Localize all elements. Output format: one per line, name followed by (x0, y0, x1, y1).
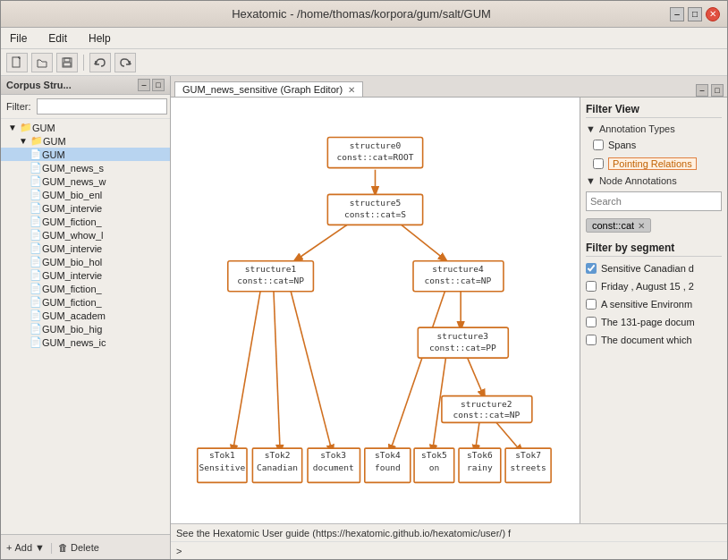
tree-item-12[interactable]: 📄 GUM_academ (1, 309, 170, 322)
svg-text:structure3: structure3 (437, 331, 489, 341)
maximize-button[interactable]: □ (688, 7, 702, 21)
redo-button[interactable] (114, 53, 136, 72)
tree-item-5[interactable]: 📄 GUM_fiction_ (1, 215, 170, 228)
delete-button[interactable]: 🗑 Delete (58, 542, 99, 553)
tab-close-icon[interactable]: ✕ (348, 85, 355, 95)
menu-file[interactable]: File (4, 30, 32, 47)
segment-item-1: Friday , August 15 , 2 (586, 281, 722, 292)
right-area: GUM_news_sensitive (Graph Editor) ✕ – □ (171, 76, 727, 559)
editor-area: structure0 const::cat=ROOT structure5 co… (171, 98, 727, 523)
plus-icon: + (6, 542, 12, 553)
annotation-search-input[interactable] (586, 191, 722, 211)
svg-line-10 (233, 286, 261, 453)
tree-item-4[interactable]: 📄 GUM_intervie (1, 201, 170, 215)
close-button[interactable]: ✕ (706, 7, 720, 21)
minimize-button[interactable]: – (670, 7, 684, 21)
segment-item-2: A sensitive Environm (586, 299, 722, 310)
open-button[interactable] (31, 53, 53, 72)
const-cat-tag: const::cat ✕ (586, 218, 651, 233)
tree-item-8[interactable]: 📄 GUM_bio_hol (1, 255, 170, 268)
svg-text:const::cat=S: const::cat=S (344, 209, 406, 219)
segment-item-4: The document which (586, 335, 722, 345)
tag-chip-area: const::cat ✕ (586, 216, 722, 233)
tree-item-14[interactable]: 📄 GUM_news_ic (1, 335, 170, 349)
tree-item-1[interactable]: 📄 GUM_news_s (1, 161, 170, 174)
segment-checkbox-3[interactable] (586, 317, 597, 327)
spans-checkbox[interactable] (593, 140, 604, 150)
segment-checkbox-0[interactable] (586, 263, 597, 274)
toolbar (1, 49, 727, 76)
tree-area[interactable]: ▼ 📁 GUM ▼ 📁 GUM 📄 GUM (1, 119, 170, 534)
annotation-types-row: ▼ Annotation Types (586, 123, 722, 134)
svg-text:sTok3: sTok3 (320, 450, 346, 460)
panel-separator: | (50, 541, 53, 554)
tree-item-9[interactable]: 📄 GUM_intervie (1, 268, 170, 282)
svg-text:sTok4: sTok4 (375, 450, 401, 460)
annotation-types-chevron: ▼ (586, 123, 596, 134)
segment-checkbox-2[interactable] (586, 299, 597, 310)
graph-canvas[interactable]: structure0 const::cat=ROOT structure5 co… (171, 98, 580, 523)
corpus-panel-title: Corpus Stru... (6, 80, 72, 90)
tree-item-0[interactable]: 📄 GUM (1, 148, 170, 161)
tree-item-3[interactable]: 📄 GUM_bio_enl (1, 188, 170, 201)
tree-item-11[interactable]: 📄 GUM_fiction_ (1, 295, 170, 309)
svg-text:document: document (313, 462, 354, 472)
tag-remove-icon[interactable]: ✕ (638, 221, 645, 231)
svg-text:sTok6: sTok6 (467, 450, 493, 460)
svg-text:const::cat=NP: const::cat=NP (237, 276, 304, 285)
menu-edit[interactable]: Edit (43, 30, 72, 47)
tree-item-6[interactable]: 📄 GUM_whow_l (1, 228, 170, 242)
svg-text:streets: streets (510, 462, 546, 472)
tab-maximize-btn[interactable]: □ (711, 84, 724, 97)
tree-root-gum[interactable]: ▼ 📁 GUM (1, 121, 170, 134)
svg-text:const::cat=NP: const::cat=NP (425, 276, 492, 285)
window-title: Hexatomic - /home/thomas/korpora/gum/sal… (53, 7, 670, 21)
svg-text:Sensitive: Sensitive (199, 462, 246, 472)
svg-text:structure1: structure1 (245, 264, 297, 274)
tree-item-gum[interactable]: ▼ 📁 GUM (1, 134, 170, 148)
window-controls: – □ ✕ (670, 7, 720, 21)
tab-graph-editor[interactable]: GUM_news_sensitive (Graph Editor) ✕ (174, 81, 363, 97)
svg-line-11 (274, 286, 280, 453)
menu-help[interactable]: Help (83, 30, 116, 47)
pointing-relations-row: Pointing Relations (593, 157, 722, 170)
svg-text:structure0: structure0 (350, 140, 402, 150)
svg-line-16 (465, 353, 484, 398)
tree-item-2[interactable]: 📄 GUM_news_w (1, 174, 170, 188)
svg-line-13 (389, 286, 446, 453)
svg-rect-4 (63, 63, 71, 66)
svg-text:sTok2: sTok2 (265, 450, 291, 460)
panel-maximize-btn[interactable]: □ (152, 79, 165, 91)
tree-item-13[interactable]: 📄 GUM_bio_hig (1, 322, 170, 335)
tree-item-7[interactable]: 📄 GUM_intervie (1, 242, 170, 255)
svg-text:rainy: rainy (467, 462, 493, 472)
panel-bottom: + Add ▼ | 🗑 Delete (1, 534, 170, 559)
status-bar2: > (171, 541, 727, 559)
svg-text:on: on (429, 462, 439, 472)
svg-text:structure4: structure4 (432, 264, 484, 274)
svg-text:const::cat=PP: const::cat=PP (429, 343, 496, 352)
segment-checkbox-1[interactable] (586, 281, 597, 292)
main-window: Hexatomic - /home/thomas/korpora/gum/sal… (0, 0, 728, 560)
corpus-panel-header: Corpus Stru... – □ (1, 76, 170, 95)
add-button[interactable]: + Add ▼ (6, 542, 45, 553)
trash-icon: 🗑 (58, 542, 68, 553)
tab-controls: – □ (696, 84, 724, 97)
tab-minimize-btn[interactable]: – (696, 84, 708, 97)
segment-checkbox-4[interactable] (586, 335, 597, 345)
segment-item-3: The 131-page docum (586, 317, 722, 327)
pointing-relations-checkbox[interactable] (593, 158, 604, 169)
save-button[interactable] (56, 53, 78, 72)
svg-text:const::cat=NP: const::cat=NP (453, 410, 520, 420)
panel-controls: – □ (138, 79, 165, 91)
new-button[interactable] (6, 53, 28, 72)
filter-input[interactable] (37, 98, 167, 115)
node-annotations-chevron: ▼ (586, 175, 596, 186)
svg-text:sTok1: sTok1 (209, 450, 235, 460)
tree-item-10[interactable]: 📄 GUM_fiction_ (1, 282, 170, 295)
svg-text:structure5: structure5 (350, 198, 401, 208)
corpus-panel: Corpus Stru... – □ Filter: ▼ 📁 GUM (1, 76, 171, 559)
node-annotations-row: ▼ Node Annotations (586, 175, 722, 186)
panel-minimize-btn[interactable]: – (138, 79, 150, 91)
undo-button[interactable] (89, 53, 111, 72)
